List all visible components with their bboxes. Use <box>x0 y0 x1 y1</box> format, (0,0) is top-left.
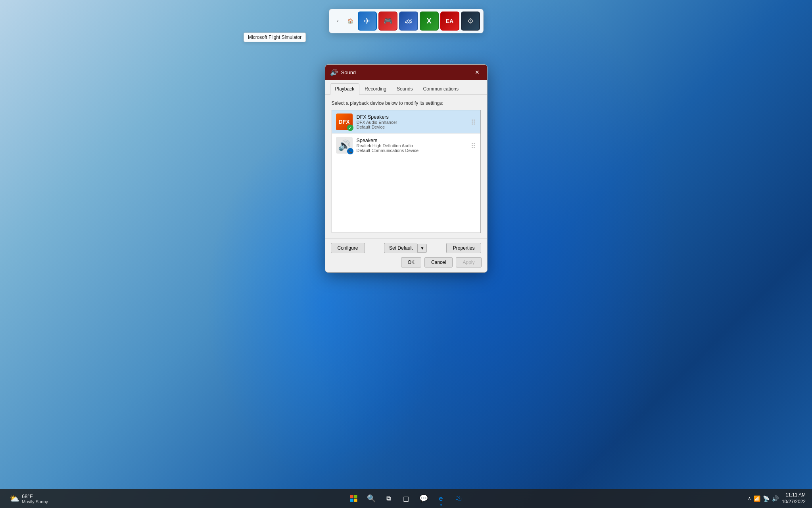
taskview-button[interactable]: ⧉ <box>381 491 397 506</box>
dfx-driver: DFX Audio Enhancer <box>357 120 472 125</box>
weather-info: 68°F Mostly Sunny <box>22 493 48 504</box>
speakers-name: Speakers <box>357 138 472 143</box>
switcher-item-xbox[interactable]: X <box>420 12 439 31</box>
ea-icon: EA <box>441 12 459 30</box>
system-icons: ∧ 📶 📡 🔊 <box>748 495 779 502</box>
taskbar-right: ∧ 📶 📡 🔊 11:11 AM 10/27/2022 <box>748 492 806 505</box>
device-list[interactable]: DFX ✓ DFX Speakers DFX Audio Enhancer De… <box>332 110 481 233</box>
footer-row1: Configure Set Default ▼ Properties <box>331 243 482 253</box>
switcher-item-steam[interactable]: ⚙ <box>461 12 480 31</box>
switcher-item-game2[interactable]: 🎮 <box>378 12 397 31</box>
tab-sounds[interactable]: Sounds <box>392 83 418 95</box>
store-button[interactable]: 🛍 <box>451 491 466 506</box>
taskbar: ⛅ 68°F Mostly Sunny 🔍 ⧉ ◫ 💬 e <box>0 489 812 508</box>
sound-dialog-icon: 🔊 <box>330 69 338 76</box>
game3-icon: 🏎 <box>400 12 417 30</box>
sound-dialog: 🔊 Sound ✕ Playback Recording Sounds Comm… <box>325 64 488 273</box>
weather-icon: ⛅ <box>10 494 19 503</box>
properties-button[interactable]: Properties <box>446 243 482 253</box>
speakers-driver: Realtek High Definition Audio <box>357 143 472 148</box>
app-switcher[interactable]: ‹ 🏠 ✈ 🎮 🏎 X EA ⚙ <box>329 9 484 33</box>
switcher-item-flight-sim[interactable]: ✈ <box>358 12 377 31</box>
game2-icon: 🎮 <box>379 12 397 30</box>
steam-icon: ⚙ <box>462 12 479 30</box>
dialog-titlebar: 🔊 Sound ✕ <box>325 65 487 80</box>
dialog-title-text: Sound <box>341 69 356 75</box>
dfx-icon-wrap: DFX ✓ <box>336 114 353 130</box>
configure-button[interactable]: Configure <box>331 243 365 253</box>
speakers-dots <box>472 143 476 148</box>
dfx-info: DFX Speakers DFX Audio Enhancer Default … <box>357 114 472 129</box>
date-display: 10/27/2022 <box>782 498 806 505</box>
speakers-comm-badge: 📞 <box>347 148 353 154</box>
dialog-instruction: Select a playback device below to modify… <box>332 100 481 106</box>
xbox-icon: X <box>420 12 438 30</box>
svg-rect-2 <box>350 499 353 502</box>
svg-rect-3 <box>354 499 357 502</box>
dialog-content: Select a playback device below to modify… <box>325 95 487 239</box>
cancel-button[interactable]: Cancel <box>424 257 453 267</box>
expand-tray-icon[interactable]: ∧ <box>748 496 751 501</box>
switcher-item-ea[interactable]: EA <box>440 12 459 31</box>
speakers-status: Default Communications Device <box>357 148 472 153</box>
device-item-dfx[interactable]: DFX ✓ DFX Speakers DFX Audio Enhancer De… <box>332 110 480 134</box>
chat-button[interactable]: 💬 <box>416 491 432 506</box>
switcher-back[interactable]: ‹ <box>332 15 344 27</box>
svg-rect-1 <box>354 495 357 498</box>
widgets-button[interactable]: ◫ <box>398 491 414 506</box>
time-display: 11:11 AM <box>785 492 806 498</box>
weather-temp: 68°F <box>22 493 48 499</box>
footer-row2: OK Cancel Apply <box>331 257 482 267</box>
device-item-speakers[interactable]: 🔊 📞 Speakers Realtek High Definition Aud… <box>332 134 480 157</box>
dialog-close-button[interactable]: ✕ <box>472 67 482 77</box>
search-button[interactable]: 🔍 <box>363 491 379 506</box>
windows-logo-icon <box>350 495 357 502</box>
switcher-home[interactable]: 🏠 <box>345 15 356 27</box>
dialog-title-left: 🔊 Sound <box>330 69 356 76</box>
dialog-tabs: Playback Recording Sounds Communications <box>325 80 487 95</box>
svg-rect-0 <box>350 495 353 498</box>
tab-communications[interactable]: Communications <box>418 83 464 95</box>
tooltip-text: Microsoft Flight Simulator <box>248 35 301 40</box>
speakers-icon-wrap: 🔊 📞 <box>336 137 353 154</box>
apply-button[interactable]: Apply <box>456 257 481 267</box>
volume-icon[interactable]: 🔊 <box>772 495 779 502</box>
dfx-name: DFX Speakers <box>357 114 472 120</box>
dfx-default-badge: ✓ <box>347 125 353 131</box>
taskbar-left: ⛅ 68°F Mostly Sunny <box>6 492 51 506</box>
dfx-status: Default Device <box>357 125 472 129</box>
ok-button[interactable]: OK <box>401 257 421 267</box>
switcher-tooltip: Microsoft Flight Simulator <box>244 33 306 42</box>
start-button[interactable] <box>346 491 362 506</box>
desktop: ‹ 🏠 ✈ 🎮 🏎 X EA ⚙ Microsoft Flight Simula… <box>0 0 812 508</box>
set-default-dropdown[interactable]: ▼ <box>417 244 427 253</box>
datetime-display[interactable]: 11:11 AM 10/27/2022 <box>782 492 806 505</box>
tab-recording[interactable]: Recording <box>359 83 392 95</box>
edge-button[interactable]: e <box>433 491 449 506</box>
network-icon[interactable]: 📶 <box>754 495 760 502</box>
dialog-footer: Configure Set Default ▼ Properties OK Ca… <box>325 239 487 272</box>
weather-widget[interactable]: ⛅ 68°F Mostly Sunny <box>6 492 51 506</box>
speakers-info: Speakers Realtek High Definition Audio D… <box>357 138 472 153</box>
set-default-group: Set Default ▼ <box>384 243 427 253</box>
flight-sim-icon: ✈ <box>359 12 376 30</box>
set-default-button[interactable]: Set Default <box>384 243 417 253</box>
wifi-icon[interactable]: 📡 <box>763 495 770 502</box>
switcher-item-game3[interactable]: 🏎 <box>399 12 418 31</box>
dfx-dots <box>472 119 476 125</box>
tab-playback[interactable]: Playback <box>330 83 360 95</box>
taskbar-center: 🔍 ⧉ ◫ 💬 e 🛍 <box>346 491 466 506</box>
weather-desc: Mostly Sunny <box>22 499 48 504</box>
